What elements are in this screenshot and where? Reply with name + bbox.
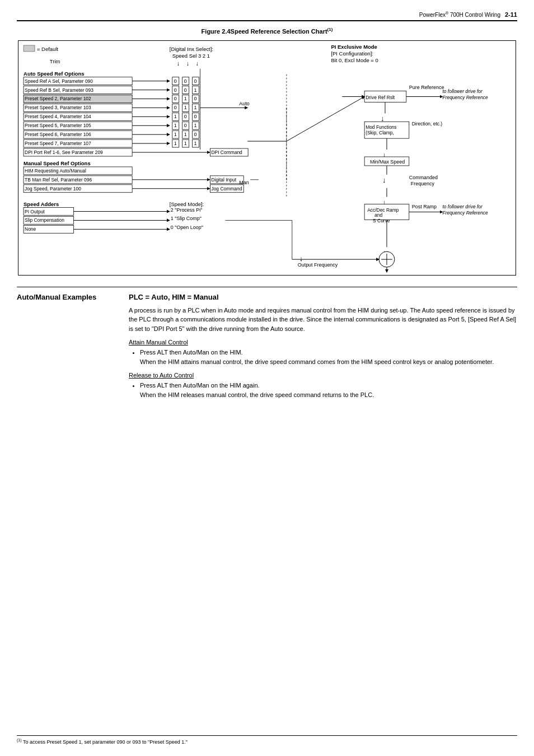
release-list: Press ALT then Auto/Man on the HIM again…	[140, 381, 517, 399]
svg-text:Frequency Reference: Frequency Reference	[443, 94, 488, 100]
svg-text:DPI Port Ref 1-6, See Paramete: DPI Port Ref 1-6, See Parameter 209	[25, 150, 103, 155]
svg-text:Frequency Reference: Frequency Reference	[443, 210, 488, 216]
release-list-item: Press ALT then Auto/Man on the HIM again…	[140, 381, 517, 399]
svg-text:Preset Speed 3, Parameter 103: Preset Speed 3, Parameter 103	[25, 105, 91, 110]
svg-text:PI Output: PI Output	[25, 209, 45, 214]
chart-svg: = Default Trim [Digital Inx Select]: Spe…	[18, 41, 516, 275]
svg-text:2 "Process Pi": 2 "Process Pi"	[171, 207, 203, 213]
svg-text:Jog Speed, Parameter 100: Jog Speed, Parameter 100	[25, 186, 81, 192]
svg-text:1: 1	[194, 141, 197, 146]
figure-title-text: Speed Reference Selection Chart	[231, 28, 327, 35]
svg-text:Bit 0, Excl Mode = 0: Bit 0, Excl Mode = 0	[331, 57, 378, 63]
chart-container: = Default Trim [Digital Inx Select]: Spe…	[18, 40, 516, 276]
figure-number: 2.4	[222, 28, 230, 35]
svg-text:Min/Max Speed: Min/Max Speed	[370, 159, 405, 165]
svg-text:Manual Speed Ref Options: Manual Speed Ref Options	[24, 160, 91, 166]
svg-text:Auto Speed Ref Options: Auto Speed Ref Options	[24, 71, 85, 77]
page-number: 2-11	[505, 11, 517, 18]
svg-text:Jog Command: Jog Command	[211, 186, 242, 192]
attain-bullet-text: Press ALT then Auto/Man on the HIM.	[140, 349, 243, 356]
svg-text:0: 0	[184, 114, 187, 119]
svg-text:Speed Sel 3  2  1: Speed Sel 3 2 1	[172, 53, 210, 59]
svg-text:1: 1	[174, 114, 177, 119]
section-body-text: A process is run by a PLC when in Auto m…	[129, 306, 517, 334]
svg-text:Trim: Trim	[50, 58, 60, 64]
header-subtitle: 700H Control Wiring	[448, 12, 500, 18]
svg-text:HIM Requesting Auto/Manual: HIM Requesting Auto/Manual	[25, 168, 86, 174]
svg-text:Pure Reference: Pure Reference	[409, 85, 444, 90]
svg-text:Speed Adders: Speed Adders	[24, 201, 59, 207]
svg-text:1: 1	[194, 123, 197, 128]
svg-text:0: 0	[194, 96, 197, 101]
svg-text:1: 1	[174, 132, 177, 137]
attain-heading: Attain Manual Control	[129, 339, 517, 346]
svg-text:= Default: = Default	[37, 46, 58, 52]
svg-text:↓: ↓	[186, 60, 189, 67]
svg-text:Preset Speed 4, Parameter 104: Preset Speed 4, Parameter 104	[25, 114, 91, 119]
attain-list: Press ALT then Auto/Man on the HIM. When…	[140, 348, 517, 366]
svg-text:(Skip, Clamp,: (Skip, Clamp,	[366, 130, 394, 136]
svg-text:0: 0	[174, 87, 177, 93]
left-section: Auto/Manual Examples	[17, 293, 129, 405]
svg-text:1: 1	[184, 132, 187, 137]
svg-text:↓: ↓	[382, 176, 386, 184]
svg-text:Commanded: Commanded	[409, 175, 438, 180]
svg-text:Preset Speed 5, Parameter 105: Preset Speed 5, Parameter 105	[25, 123, 91, 128]
release-sub-text: When the HIM releases manual control, th…	[140, 390, 517, 400]
svg-text:S Curve: S Curve	[373, 218, 390, 223]
page-header: PowerFlex® 700H Control Wiring 2-11	[17, 11, 517, 21]
svg-text:0: 0	[184, 78, 187, 84]
svg-text:Post Ramp: Post Ramp	[412, 204, 437, 209]
svg-text:1: 1	[194, 87, 197, 93]
svg-text:Slip Compensation: Slip Compensation	[25, 217, 64, 223]
svg-text:1: 1	[174, 141, 177, 146]
svg-text:0: 0	[174, 78, 177, 84]
svg-text:[Speed Mode]:: [Speed Mode]:	[170, 201, 204, 207]
svg-text:Digital Input: Digital Input	[211, 177, 236, 183]
svg-text:[Digital Inx Select]:: [Digital Inx Select]:	[170, 46, 213, 52]
right-section: PLC = Auto, HIM = Manual A process is ru…	[129, 293, 517, 405]
main-content-section: Auto/Manual Examples PLC = Auto, HIM = M…	[17, 287, 517, 405]
svg-text:to follower drive for: to follower drive for	[443, 204, 483, 209]
svg-text:0 "Open Loop": 0 "Open Loop"	[171, 225, 203, 230]
svg-text:0: 0	[184, 123, 187, 128]
svg-text:0: 0	[184, 87, 187, 93]
svg-text:and: and	[374, 212, 382, 218]
svg-line-162	[287, 97, 364, 142]
svg-text:0: 0	[194, 114, 197, 119]
svg-text:TB Man Ref Sel, Parameter 096: TB Man Ref Sel, Parameter 096	[25, 177, 92, 183]
svg-text:1: 1	[184, 96, 187, 101]
svg-text:Preset Speed 7, Parameter 107: Preset Speed 7, Parameter 107	[25, 141, 91, 146]
svg-text:Auto: Auto	[239, 101, 249, 106]
svg-text:0: 0	[174, 96, 177, 101]
svg-text:1: 1	[194, 105, 197, 110]
svg-text:↓: ↓	[177, 60, 180, 67]
attain-list-item: Press ALT then Auto/Man on the HIM. When…	[140, 348, 517, 366]
svg-text:to follower drive for: to follower drive for	[443, 88, 483, 94]
footnote-area: (1) To access Preset Speed 1, set parame…	[17, 735, 517, 745]
svg-text:1: 1	[184, 141, 187, 146]
svg-text:1: 1	[184, 105, 187, 110]
svg-text:Drive Ref Rslt: Drive Ref Rslt	[366, 94, 395, 100]
product-name: PowerFlex	[419, 12, 446, 18]
svg-text:0: 0	[194, 132, 197, 137]
svg-text:0: 0	[194, 78, 197, 84]
header-title: PowerFlex® 700H Control Wiring	[419, 11, 500, 18]
svg-text:DPI Command: DPI Command	[211, 150, 242, 155]
footnote-text: To access Preset Speed 1, set parameter …	[23, 739, 188, 745]
svg-text:1 "Slip Comp": 1 "Slip Comp"	[171, 216, 202, 221]
svg-text:[PI Configuration]:: [PI Configuration]:	[331, 50, 373, 57]
section-right-title: PLC = Auto, HIM = Manual	[129, 293, 517, 301]
svg-text:Direction, etc.): Direction, etc.)	[412, 121, 443, 127]
figure-label: Figure	[202, 28, 222, 35]
svg-text:Preset Speed 6, Parameter 106: Preset Speed 6, Parameter 106	[25, 132, 91, 137]
section-left-title: Auto/Manual Examples	[17, 293, 118, 301]
figure-footnote-ref: (1)	[327, 27, 333, 32]
svg-text:Acc/Dec Ramp: Acc/Dec Ramp	[367, 207, 399, 213]
svg-text:1: 1	[174, 123, 177, 128]
svg-text:↓: ↓	[196, 60, 199, 67]
svg-text:0: 0	[174, 105, 177, 110]
svg-rect-0	[24, 45, 35, 52]
attain-sub-text: When the HIM attains manual control, the…	[140, 357, 517, 367]
release-bullet-text: Press ALT then Auto/Man on the HIM again…	[140, 382, 260, 389]
